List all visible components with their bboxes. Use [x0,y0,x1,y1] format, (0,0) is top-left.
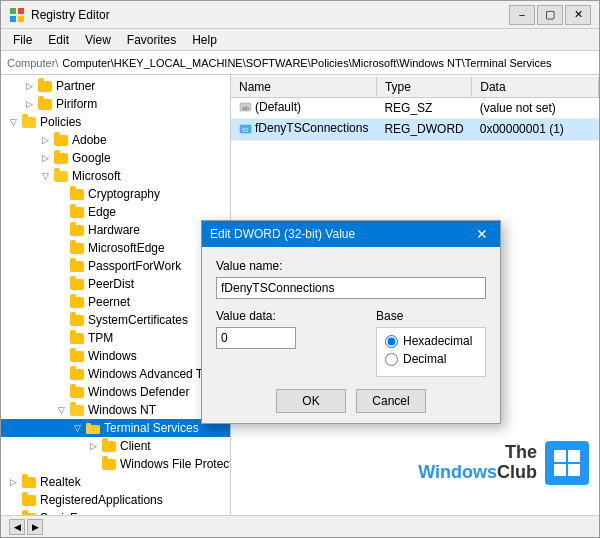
scroll-right-button[interactable]: ▶ [27,519,43,535]
scroll-left-button[interactable]: ◀ [9,519,25,535]
tree-item-policies[interactable]: ▽ Policies [1,113,230,131]
tree-label: Windows NT [88,403,156,417]
status-bar: ◀ ▶ [1,515,599,537]
hexadecimal-radio[interactable] [385,335,398,348]
scroll-controls: ◀ ▶ [9,519,43,535]
expand-toggle[interactable]: ▽ [37,168,53,184]
radio-hexadecimal[interactable]: Hexadecimal [385,334,477,348]
expand-toggle[interactable]: ▷ [21,78,37,94]
table-row[interactable]: ab (Default) REG_SZ (value not set) [231,97,599,119]
tree-item-edge[interactable]: ▷ Edge [1,203,230,221]
svg-rect-1 [18,8,24,14]
dialog-data-row: Value data: Base Hexadecimal [216,309,486,377]
minimize-button[interactable]: − [509,5,535,25]
expand-toggle[interactable]: ▷ [21,96,37,112]
expand-toggle: ▷ [53,240,69,256]
tree-label: Realtek [40,475,81,489]
maximize-button[interactable]: ▢ [537,5,563,25]
tree-item-partner[interactable]: ▷ Partner [1,77,230,95]
tree-item-peerdist[interactable]: ▷ PeerDist [1,275,230,293]
registry-tree[interactable]: ▷ Partner ▷ Piriform ▽ Policies ▷ Adobe [1,75,231,515]
tree-label: SonicFocus [40,511,103,515]
main-content: ▷ Partner ▷ Piriform ▽ Policies ▷ Adobe [1,75,599,515]
svg-rect-2 [10,16,16,22]
tree-item-hardware[interactable]: ▷ Hardware [1,221,230,239]
watermark-club: Club [497,462,537,482]
expand-toggle[interactable]: ▷ [37,150,53,166]
menu-file[interactable]: File [5,31,40,49]
table-row[interactable]: 01 fDenyTSConnections REG_DWORD 0x000000… [231,119,599,141]
tree-label: Windows Defender [88,385,189,399]
expand-toggle[interactable]: ▽ [69,420,85,436]
col-data[interactable]: Data [472,77,599,97]
dialog-title: Edit DWORD (32-bit) Value [210,227,472,241]
tree-item-windows[interactable]: ▷ Windows [1,347,230,365]
tree-item-windows-nt[interactable]: ▽ Windows NT [1,401,230,419]
expand-toggle: ▷ [5,510,21,515]
value-name-input[interactable] [216,277,486,299]
tree-item-peernet[interactable]: ▷ Peernet [1,293,230,311]
tree-label: Terminal Services [104,421,199,435]
folder-icon [53,169,69,183]
folder-icon [21,475,37,489]
tree-item-windows-file-protection[interactable]: ▷ Windows File Protection [1,455,230,473]
folder-icon [21,115,37,129]
tree-item-systemcertificates[interactable]: ▷ SystemCertificates [1,311,230,329]
value-data-input[interactable] [216,327,296,349]
ok-button[interactable]: OK [276,389,346,413]
tree-item-windows-atp[interactable]: ▷ Windows Advanced Threat Protectic [1,365,230,383]
dialog-base-col: Base Hexadecimal Decimal [376,309,486,377]
folder-icon [69,367,85,381]
watermark-windows: Windows [418,462,497,482]
expand-toggle[interactable]: ▽ [5,114,21,130]
tree-item-microsoft[interactable]: ▽ Microsoft [1,167,230,185]
cancel-button[interactable]: Cancel [356,389,426,413]
tree-item-passportforwork[interactable]: ▷ PassportForWork [1,257,230,275]
tree-item-registered-apps[interactable]: ▷ RegisteredApplications [1,491,230,509]
tree-item-client[interactable]: ▷ Client [1,437,230,455]
tree-item-google[interactable]: ▷ Google [1,149,230,167]
expand-toggle[interactable]: ▷ [85,438,101,454]
tree-label: Google [72,151,111,165]
col-name[interactable]: Name [231,77,376,97]
tree-item-cryptography[interactable]: ▷ Cryptography [1,185,230,203]
registry-editor-window: Registry Editor − ▢ ✕ File Edit View Fav… [0,0,600,538]
window-controls: − ▢ ✕ [509,5,591,25]
menu-view[interactable]: View [77,31,119,49]
dialog-close-button[interactable]: ✕ [472,224,492,244]
expand-toggle: ▷ [53,366,69,382]
decimal-radio[interactable] [385,353,398,366]
menu-edit[interactable]: Edit [40,31,77,49]
expand-toggle: ▷ [53,258,69,274]
folder-icon [69,241,85,255]
folder-icon [69,349,85,363]
tree-item-microsoftedge[interactable]: ▷ MicrosoftEdge [1,239,230,257]
folder-icon [69,403,85,417]
tree-item-sonicfocus[interactable]: ▷ SonicFocus [1,509,230,515]
svg-rect-0 [10,8,16,14]
tree-item-piriform[interactable]: ▷ Piriform [1,95,230,113]
tree-item-windows-defender[interactable]: ▷ Windows Defender [1,383,230,401]
edit-dword-dialog: Edit DWORD (32-bit) Value ✕ Value name: … [201,220,501,424]
expand-toggle[interactable]: ▷ [5,474,21,490]
tree-item-adobe[interactable]: ▷ Adobe [1,131,230,149]
hexadecimal-label: Hexadecimal [403,334,472,348]
address-path[interactable]: Computer\HKEY_LOCAL_MACHINE\SOFTWARE\Pol… [62,57,593,69]
default-value-icon: ab [239,100,252,113]
tree-item-realtek[interactable]: ▷ Realtek [1,473,230,491]
base-radio-group: Hexadecimal Decimal [376,327,486,377]
menu-favorites[interactable]: Favorites [119,31,184,49]
tree-label: MicrosoftEdge [88,241,165,255]
close-button[interactable]: ✕ [565,5,591,25]
radio-decimal[interactable]: Decimal [385,352,477,366]
folder-icon [69,259,85,273]
menu-help[interactable]: Help [184,31,225,49]
tree-item-tpm[interactable]: ▷ TPM [1,329,230,347]
expand-toggle[interactable]: ▷ [37,132,53,148]
app-icon [9,7,25,23]
expand-toggle[interactable]: ▽ [53,402,69,418]
folder-icon [69,313,85,327]
col-type[interactable]: Type [376,77,471,97]
svg-rect-6 [86,423,91,426]
tree-item-terminal-services[interactable]: ▽ Terminal Services [1,419,230,437]
